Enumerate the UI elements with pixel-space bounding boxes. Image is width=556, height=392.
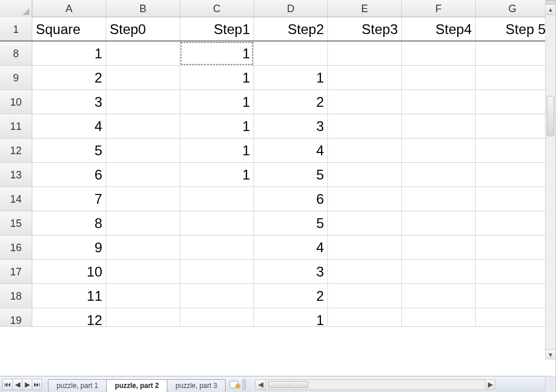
horizontal-scrollbar[interactable]: ◀ ···· ▶ <box>255 379 555 390</box>
cell-D14[interactable]: 6 <box>254 187 328 211</box>
cell-F17[interactable] <box>402 260 476 283</box>
cell-D17[interactable]: 3 <box>254 260 328 283</box>
cell-B8[interactable] <box>106 42 180 65</box>
hscroll-thumb[interactable]: ···· <box>268 381 308 388</box>
cell-D1[interactable]: Step2 <box>254 17 328 40</box>
cell-A9[interactable]: 2 <box>32 66 106 89</box>
cell-C9[interactable]: 1 <box>180 66 254 89</box>
cell-C18[interactable] <box>180 284 254 308</box>
nav-prev-icon[interactable]: ◀ <box>12 379 23 390</box>
row-header-12[interactable]: 12 <box>0 139 32 162</box>
cell-B12[interactable] <box>106 139 180 162</box>
cell-F9[interactable] <box>402 66 476 89</box>
cell-B16[interactable] <box>106 236 180 259</box>
cell-C8[interactable]: 1 <box>180 42 254 65</box>
col-header-E[interactable]: E <box>328 0 402 17</box>
cell-D16[interactable]: 4 <box>254 236 328 259</box>
cell-C15[interactable] <box>180 211 254 235</box>
col-header-C[interactable]: C <box>180 0 254 17</box>
nav-next-icon[interactable]: ▶ <box>22 379 32 390</box>
cell-B1[interactable]: Step0 <box>106 17 180 40</box>
cell-G9[interactable] <box>476 66 550 89</box>
row-header-15[interactable]: 15 <box>0 211 32 235</box>
cell-F15[interactable] <box>402 211 476 235</box>
cell-A1[interactable]: Square <box>32 17 106 40</box>
cell-A8[interactable]: 1 <box>32 42 106 65</box>
cell-F10[interactable] <box>402 90 476 114</box>
cell-A13[interactable]: 6 <box>32 163 106 186</box>
scroll-down-icon[interactable]: ▼ <box>546 349 555 360</box>
cell-E1[interactable]: Step3 <box>328 17 402 40</box>
cell-A19[interactable]: 12 <box>32 308 106 326</box>
cell-A16[interactable]: 9 <box>32 236 106 259</box>
cell-G12[interactable] <box>476 139 550 162</box>
cell-F18[interactable] <box>402 284 476 308</box>
cell-A15[interactable]: 8 <box>32 211 106 235</box>
cell-A14[interactable]: 7 <box>32 187 106 211</box>
cell-G8[interactable] <box>476 42 550 65</box>
scroll-left-icon[interactable]: ◀ <box>255 379 266 390</box>
col-header-A[interactable]: A <box>32 0 106 17</box>
col-header-G[interactable]: G <box>476 0 550 17</box>
cell-B11[interactable] <box>106 114 180 138</box>
cell-E8[interactable] <box>328 42 402 65</box>
cell-G1[interactable]: Step 5 <box>476 17 550 40</box>
row-header-1[interactable]: 1 <box>0 17 32 40</box>
cell-G17[interactable] <box>476 260 550 283</box>
cell-E18[interactable] <box>328 284 402 308</box>
row-header-8[interactable]: 8 <box>0 42 32 65</box>
cell-C12[interactable]: 1 <box>180 139 254 162</box>
cell-G18[interactable] <box>476 284 550 308</box>
split-handle-top[interactable] <box>546 0 555 5</box>
row-header-9[interactable]: 9 <box>0 66 32 89</box>
vscroll-thumb[interactable] <box>547 96 554 136</box>
cell-E15[interactable] <box>328 211 402 235</box>
sheet-tab[interactable]: puzzle, part 2 <box>106 379 167 392</box>
cell-E10[interactable] <box>328 90 402 114</box>
cell-D15[interactable]: 5 <box>254 211 328 235</box>
cell-D12[interactable]: 4 <box>254 139 328 162</box>
cell-C10[interactable]: 1 <box>180 90 254 114</box>
cell-B14[interactable] <box>106 187 180 211</box>
cell-E19[interactable] <box>328 308 402 326</box>
cell-A17[interactable]: 10 <box>32 260 106 283</box>
new-sheet-icon[interactable] <box>229 379 241 390</box>
cell-B18[interactable] <box>106 284 180 308</box>
cell-E12[interactable] <box>328 139 402 162</box>
cell-G10[interactable] <box>476 90 550 114</box>
cell-G16[interactable] <box>476 236 550 259</box>
cell-B15[interactable] <box>106 211 180 235</box>
col-header-B[interactable]: B <box>106 0 180 17</box>
vertical-scrollbar[interactable]: ▲ ▼ <box>545 0 555 360</box>
cell-C11[interactable]: 1 <box>180 114 254 138</box>
cell-C17[interactable] <box>180 260 254 283</box>
cell-E11[interactable] <box>328 114 402 138</box>
cell-D19[interactable]: 1 <box>254 308 328 326</box>
cell-F1[interactable]: Step4 <box>402 17 476 40</box>
cell-E9[interactable] <box>328 66 402 89</box>
cell-B13[interactable] <box>106 163 180 186</box>
cell-C14[interactable] <box>180 187 254 211</box>
cell-G13[interactable] <box>476 163 550 186</box>
cell-B17[interactable] <box>106 260 180 283</box>
cell-E17[interactable] <box>328 260 402 283</box>
cell-A18[interactable]: 11 <box>32 284 106 308</box>
cell-A10[interactable]: 3 <box>32 90 106 114</box>
tab-split-handle[interactable] <box>242 379 246 390</box>
row-header-16[interactable]: 16 <box>0 236 32 259</box>
cell-G14[interactable] <box>476 187 550 211</box>
col-header-D[interactable]: D <box>254 0 328 17</box>
row-header-18[interactable]: 18 <box>0 284 32 308</box>
cell-D11[interactable]: 3 <box>254 114 328 138</box>
cell-A11[interactable]: 4 <box>32 114 106 138</box>
sheet-tab[interactable]: puzzle, part 1 <box>48 379 107 392</box>
cell-A12[interactable]: 5 <box>32 139 106 162</box>
cell-D9[interactable]: 1 <box>254 66 328 89</box>
cell-C13[interactable]: 1 <box>180 163 254 186</box>
nav-first-icon[interactable]: ⏮ <box>2 379 13 390</box>
nav-last-icon[interactable]: ⏭ <box>32 379 42 390</box>
cell-D18[interactable]: 2 <box>254 284 328 308</box>
cell-B10[interactable] <box>106 90 180 114</box>
row-header-17[interactable]: 17 <box>0 260 32 283</box>
col-header-F[interactable]: F <box>402 0 476 17</box>
